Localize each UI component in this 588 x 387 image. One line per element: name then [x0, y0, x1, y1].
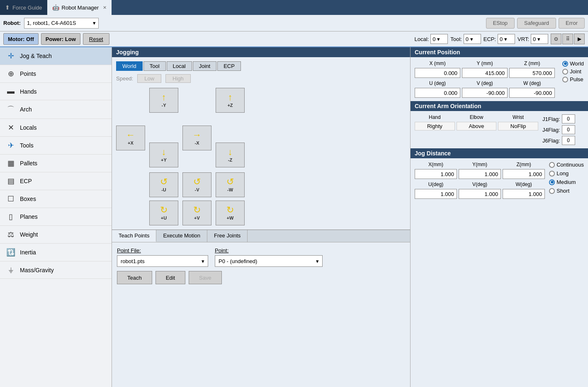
pos-v-button[interactable]: ↻ +V — [182, 201, 211, 225]
neg-x-label: -X — [195, 140, 199, 145]
estop-button[interactable]: EStop — [486, 18, 515, 29]
sidebar-item-planes[interactable]: ▯ Planes — [0, 208, 112, 226]
terminal-icon-button[interactable]: ▶ — [574, 34, 585, 44]
tool-value: 0 — [466, 36, 469, 42]
sidebar-item-arch[interactable]: ⌒ Arch — [0, 100, 112, 119]
y-mm-header: Y (mm) — [462, 60, 508, 66]
vrt-dropdown[interactable]: 0 ▾ — [531, 34, 548, 44]
sidebar-item-weight[interactable]: ⚖ Weight — [0, 226, 112, 244]
jog-tab-ecp[interactable]: ECP — [217, 61, 241, 71]
grid-icon-button[interactable]: ⠿ — [562, 34, 573, 44]
local-dropdown[interactable]: 0 ▾ — [430, 34, 448, 44]
neg-x-button[interactable]: → -X — [182, 126, 211, 150]
sidebar-label-jog-teach: Jog & Teach — [20, 53, 52, 59]
sidebar-item-ecp[interactable]: ▤ ECP — [0, 172, 112, 190]
orientation-grid: Hand Elbow Wrist Righty Above NoFlip — [415, 114, 538, 133]
radio-continuous[interactable]: Continuous — [549, 162, 584, 168]
sidebar-item-points[interactable]: ⊕ Points — [0, 65, 112, 83]
pos-x-button[interactable]: ← +X — [116, 126, 145, 150]
save-button[interactable]: Save — [189, 271, 222, 284]
sidebar-item-pallets[interactable]: ▦ Pallets — [0, 155, 112, 172]
xmm-value: 1.000 — [415, 169, 457, 179]
jog-tab-world[interactable]: World — [116, 61, 143, 71]
sidebar-label-inertia: Inertia — [20, 249, 36, 256]
tab-teach-points[interactable]: Teach Points — [112, 230, 156, 242]
sidebar-item-tools[interactable]: ✈ Tools — [0, 137, 112, 155]
teach-button[interactable]: Teach — [117, 271, 152, 284]
sidebar-item-jog-teach[interactable]: ✛ Jog & Teach — [0, 47, 112, 65]
neg-u-label: -U — [161, 187, 166, 192]
ecp-arrow: ▾ — [504, 36, 507, 42]
neg-z-label: -Z — [228, 157, 232, 162]
neg-u-button[interactable]: ↺ -U — [149, 172, 178, 197]
neg-z-button[interactable]: ↓ -Z — [216, 143, 245, 167]
neg-w-label: -W — [227, 187, 233, 192]
pos-w-label: +W — [227, 215, 234, 220]
pos-w-button[interactable]: ↻ +W — [216, 201, 245, 225]
jog-tab-tool[interactable]: Tool — [143, 61, 166, 71]
tab-force-guide[interactable]: ⬆ Force Guide — [0, 0, 47, 15]
u-value: 0.000 — [415, 88, 460, 98]
tool-dropdown[interactable]: 0 ▾ — [464, 34, 481, 44]
tool-arrow: ▾ — [470, 36, 473, 42]
pos-x-arrow: ← — [126, 131, 135, 140]
ecp-dropdown[interactable]: 0 ▾ — [498, 34, 515, 44]
reset-button[interactable]: Reset — [83, 33, 109, 45]
pos-y-button[interactable]: ↓ +Y — [149, 143, 178, 167]
neg-w-button[interactable]: ↺ -W — [216, 172, 245, 197]
pos-u-arrow: ↻ — [160, 206, 168, 215]
current-position-header: Current Position — [411, 47, 588, 57]
ymm-header: Y(mm) — [459, 162, 501, 167]
vrt-arrow: ▾ — [537, 36, 540, 42]
radio-world-label: World — [570, 60, 584, 67]
sidebar-label-pallets: Pallets — [20, 160, 37, 167]
force-guide-icon: ⬆ — [5, 4, 10, 11]
w-value: -90.000 — [509, 88, 555, 98]
camera-icon-button[interactable]: ⊙ — [551, 34, 561, 44]
tab-robot-manager[interactable]: 🤖 Robot Manager ✕ — [47, 0, 112, 15]
tab-free-joints[interactable]: Free Joints — [207, 230, 248, 242]
pos-u-button[interactable]: ↻ +U — [149, 201, 178, 225]
ymm-value: 1.000 — [459, 169, 501, 179]
zmm-header: Z(mm) — [503, 162, 545, 167]
j1flag-value: 0 — [562, 114, 575, 123]
point-dropdown[interactable]: P0 - (undefined) ▾ — [215, 255, 323, 267]
motor-button[interactable]: Motor: Off — [3, 33, 39, 45]
point-file-group: Point File: robot1.pts ▾ — [117, 247, 208, 267]
radio-medium[interactable]: Medium — [549, 179, 584, 185]
radio-short-label: Short — [556, 188, 569, 194]
jog-tab-joint[interactable]: Joint — [193, 61, 216, 71]
radio-joint[interactable]: Joint — [562, 68, 584, 75]
sidebar-item-boxes[interactable]: ☐ Boxes — [0, 190, 112, 208]
tab-execute-motion[interactable]: Execute Motion — [156, 230, 207, 242]
neg-y-button[interactable]: ↑ -Y — [149, 88, 178, 113]
radio-pulse[interactable]: Pulse — [562, 76, 584, 82]
sidebar-item-mass-gravity[interactable]: ⏚ Mass/Gravity — [0, 261, 112, 279]
mass-gravity-icon: ⏚ — [6, 266, 16, 274]
jog-tab-local[interactable]: Local — [167, 61, 192, 71]
close-icon[interactable]: ✕ — [103, 5, 107, 10]
radio-medium-circle — [549, 179, 555, 185]
neg-v-button[interactable]: ↺ -V — [182, 172, 211, 197]
safeguard-button[interactable]: Safeguard — [517, 18, 556, 29]
jog-teach-icon: ✛ — [6, 51, 16, 60]
j4flag-label: J4Flag: — [542, 127, 560, 133]
point-file-dropdown[interactable]: robot1.pts ▾ — [117, 255, 208, 267]
right-panels: Current Position X (mm) Y (mm) Z (mm) 0.… — [411, 47, 588, 387]
sidebar-item-locals[interactable]: ✕ Locals — [0, 119, 112, 137]
radio-world[interactable]: World — [562, 60, 584, 67]
sidebar-item-inertia[interactable]: 🔃 Inertia — [0, 244, 112, 261]
radio-short[interactable]: Short — [549, 188, 584, 194]
elbow-value: Above — [457, 122, 497, 131]
pos-z-button[interactable]: ↑ +Z — [216, 88, 245, 113]
error-button[interactable]: Error — [559, 18, 585, 29]
edit-button[interactable]: Edit — [156, 271, 185, 284]
robot-manager-icon: 🤖 — [52, 4, 59, 11]
robot-dropdown[interactable]: 1, robot1, C4-A601S ▾ — [24, 18, 99, 29]
pos-w-arrow: ↻ — [226, 206, 234, 215]
power-button[interactable]: Power: Low — [41, 33, 80, 45]
sidebar-item-hands[interactable]: ▬ Hands — [0, 83, 112, 100]
radio-long[interactable]: Long — [549, 170, 584, 177]
hands-icon: ▬ — [6, 87, 16, 96]
point-dropdown-arrow: ▾ — [316, 258, 319, 264]
